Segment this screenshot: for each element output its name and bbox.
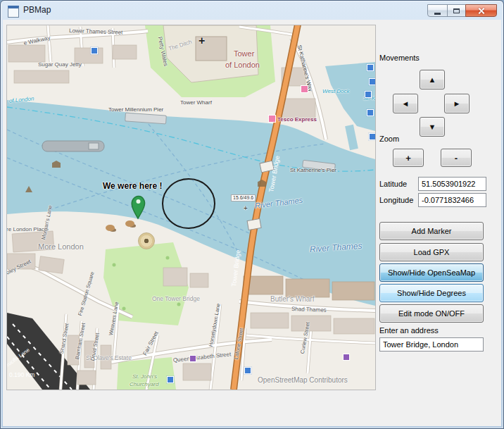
movements-label: Movements bbox=[379, 54, 420, 62]
map-tiles bbox=[7, 25, 375, 390]
map-canvas[interactable]: e WalkwayLower Thames StreetPetty WalesT… bbox=[7, 25, 375, 390]
plus-icon: + bbox=[405, 153, 411, 163]
latitude-label: Latitude bbox=[379, 180, 407, 188]
minimize-button[interactable] bbox=[427, 4, 448, 17]
close-button[interactable] bbox=[465, 4, 497, 17]
vessel bbox=[42, 141, 104, 151]
white-tower-building bbox=[196, 37, 227, 61]
arrow-up-icon: ▲ bbox=[429, 75, 436, 84]
load-gpx-button[interactable]: Load GPX bbox=[379, 243, 484, 261]
minus-icon: - bbox=[455, 153, 458, 163]
arrow-left-icon: ◄ bbox=[402, 99, 410, 108]
zoom-label: Zoom bbox=[379, 135, 399, 143]
latitude-input[interactable] bbox=[418, 177, 486, 191]
close-icon bbox=[477, 7, 485, 15]
add-marker-button[interactable]: Add Marker bbox=[379, 222, 484, 240]
move-down-button[interactable]: ▼ bbox=[420, 117, 445, 137]
minimize-icon bbox=[434, 13, 441, 15]
edit-mode-button[interactable]: Edit mode ON/OFF bbox=[379, 304, 484, 323]
app-window: PBMap bbox=[0, 0, 504, 429]
zoom-in-button[interactable]: + bbox=[393, 149, 424, 167]
maximize-icon bbox=[453, 8, 460, 13]
show-hide-degrees-button[interactable]: Show/Hide Degrees bbox=[379, 284, 484, 302]
move-right-button[interactable]: ► bbox=[444, 94, 470, 113]
longitude-input[interactable] bbox=[418, 193, 486, 207]
move-up-button[interactable]: ▲ bbox=[420, 70, 445, 89]
address-label: Enter an address bbox=[379, 326, 439, 335]
move-left-button[interactable]: ◄ bbox=[393, 94, 418, 113]
client-area: e WalkwayLower Thames StreetPetty WalesT… bbox=[3, 20, 501, 426]
window-title: PBMap bbox=[23, 1, 51, 20]
titlebar[interactable]: PBMap bbox=[1, 1, 503, 20]
caption-buttons bbox=[427, 4, 497, 17]
arrow-right-icon: ► bbox=[453, 99, 461, 108]
longitude-label: Longitude bbox=[379, 196, 413, 204]
show-hide-openseamap-button[interactable]: Show/Hide OpenSeaMap bbox=[379, 263, 484, 282]
address-input[interactable] bbox=[379, 337, 484, 352]
maximize-button[interactable] bbox=[447, 4, 466, 17]
zoom-out-button[interactable]: - bbox=[441, 149, 472, 167]
app-icon bbox=[8, 6, 19, 18]
arrow-down-icon: ▼ bbox=[429, 123, 436, 131]
